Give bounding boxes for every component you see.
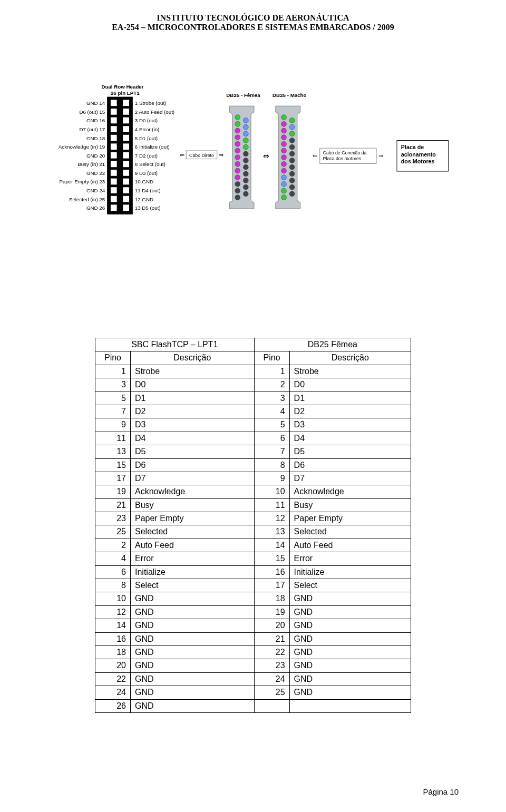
svg-point-106 <box>289 144 295 150</box>
desc-cell: D5 <box>131 445 255 458</box>
pin-cell: 22 <box>254 645 289 659</box>
pin-cell: 12 <box>95 605 131 619</box>
svg-text:9   D3 (out): 9 D3 (out) <box>135 170 158 176</box>
svg-text:⇒: ⇒ <box>378 152 383 159</box>
table-col-header: Descrição <box>131 351 255 365</box>
svg-point-64 <box>235 135 240 140</box>
svg-text:7   D2 (out): 7 D2 (out) <box>135 153 158 159</box>
desc-cell: GND <box>289 632 411 645</box>
pin-cell: 16 <box>95 632 131 645</box>
svg-point-113 <box>289 191 295 197</box>
svg-text:GND 24: GND 24 <box>86 188 105 193</box>
svg-point-110 <box>289 171 295 177</box>
svg-point-76 <box>243 131 248 136</box>
pin-cell: 16 <box>254 565 289 579</box>
desc-cell: D3 <box>289 418 411 432</box>
svg-rect-19 <box>111 135 117 141</box>
svg-rect-32 <box>123 161 129 168</box>
desc-cell: GND <box>131 672 255 686</box>
svg-text:Paper Empty (in) 23: Paper Empty (in) 23 <box>59 179 105 184</box>
svg-text:4   Error (in): 4 Error (in) <box>135 126 160 132</box>
svg-text:⇐: ⇐ <box>180 152 184 158</box>
pin-cell: 20 <box>95 659 131 672</box>
table-group-2: DB25 Fêmea <box>254 338 411 351</box>
desc-cell: Selected <box>289 525 411 539</box>
svg-text:11   D4 (out): 11 D4 (out) <box>135 188 161 193</box>
svg-point-82 <box>243 171 248 177</box>
desc-cell: GND <box>131 659 255 672</box>
desc-cell: Paper Empty <box>289 512 411 525</box>
svg-text:Cabo Direto: Cabo Direto <box>189 153 214 158</box>
desc-cell: D4 <box>131 432 255 445</box>
svg-point-104 <box>289 131 295 136</box>
table-row: 7D24D2 <box>95 405 411 418</box>
table-row: 6Initialize16Initialize <box>95 565 411 579</box>
pin-mapping-table: SBC FlashTCP – LPT1DB25 FêmeaPinoDescriç… <box>95 338 411 713</box>
desc-cell: Paper Empty <box>131 512 255 525</box>
svg-point-111 <box>289 178 295 183</box>
desc-cell: GND <box>131 605 255 619</box>
svg-rect-16 <box>123 126 129 132</box>
svg-text:13   D5 (out): 13 D5 (out) <box>135 205 161 211</box>
pin-cell: 2 <box>254 378 289 392</box>
svg-point-77 <box>243 138 248 143</box>
svg-rect-47 <box>111 196 117 202</box>
desc-cell: Busy <box>131 498 255 512</box>
svg-text:26 pin LPT1: 26 pin LPT1 <box>111 90 140 96</box>
desc-cell: Acknowledge <box>289 485 411 498</box>
pin-cell: 21 <box>95 498 131 512</box>
pin-cell: 4 <box>254 405 289 418</box>
svg-text:⇒: ⇒ <box>219 152 223 158</box>
table-row: 23Paper Empty12Paper Empty <box>95 512 411 525</box>
svg-rect-31 <box>111 161 117 168</box>
desc-cell: GND <box>131 645 255 659</box>
table-row: 17D79D7 <box>95 472 411 485</box>
svg-rect-51 <box>111 204 117 211</box>
svg-rect-7 <box>111 109 117 115</box>
svg-point-91 <box>281 128 287 133</box>
pin-cell: 14 <box>95 619 131 632</box>
desc-cell: Busy <box>289 498 411 512</box>
svg-text:GND 14: GND 14 <box>86 100 105 106</box>
svg-point-90 <box>281 121 287 126</box>
svg-text:⇐: ⇐ <box>313 152 317 159</box>
page-header-1: INSTITUTO TECNOLÓGICO DE AERONÁUTICA <box>47 13 459 23</box>
pin-cell: 25 <box>95 525 131 539</box>
svg-point-112 <box>289 184 295 190</box>
svg-text:dos Motores: dos Motores <box>401 158 435 164</box>
table-row: 10GND18GND <box>95 592 411 605</box>
svg-rect-12 <box>123 118 129 124</box>
desc-cell: GND <box>289 619 411 632</box>
svg-rect-27 <box>111 152 117 159</box>
svg-point-80 <box>243 158 248 163</box>
pin-cell: 3 <box>95 378 131 392</box>
table-row: 16GND21GND <box>95 632 411 645</box>
svg-text:Busy (in) 21: Busy (in) 21 <box>77 161 105 167</box>
table-row: 5D13D1 <box>95 392 411 405</box>
svg-text:6   Initialize (out): 6 Initialize (out) <box>135 144 170 150</box>
svg-point-85 <box>243 191 248 197</box>
svg-rect-4 <box>123 100 129 106</box>
svg-point-103 <box>289 124 295 130</box>
table-row: 14GND20GND <box>95 619 411 632</box>
pin-cell: 11 <box>254 498 289 512</box>
pin-cell: 9 <box>254 472 289 485</box>
svg-rect-3 <box>111 100 117 106</box>
desc-cell: Initialize <box>131 565 255 579</box>
svg-point-63 <box>235 128 240 133</box>
desc-cell: D4 <box>289 432 411 445</box>
pin-cell: 26 <box>95 699 131 712</box>
table-row: 18GND22GND <box>95 645 411 659</box>
desc-cell: D1 <box>289 392 411 405</box>
desc-cell: Selected <box>131 525 255 539</box>
table-row: 8Select17Select <box>95 579 411 592</box>
pin-cell: 21 <box>254 632 289 645</box>
table-row: 9D35D3 <box>95 418 411 432</box>
connector-diagram: Dual Row Header26 pin LPT1GND 141 Strobe… <box>47 80 459 222</box>
desc-cell: Auto Feed <box>131 539 255 552</box>
svg-text:GND 26: GND 26 <box>86 205 105 211</box>
table-row: 22GND24GND <box>95 672 411 686</box>
desc-cell: D1 <box>131 392 255 405</box>
pin-cell: 4 <box>95 552 131 565</box>
svg-text:5   D1 (out): 5 D1 (out) <box>135 135 158 141</box>
